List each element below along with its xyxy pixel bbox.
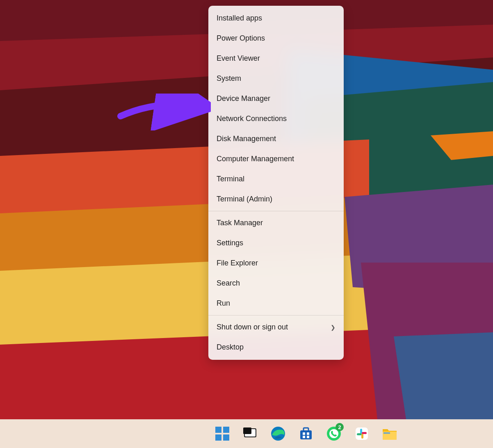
edge-icon bbox=[270, 426, 286, 441]
svg-marker-13 bbox=[394, 332, 493, 419]
svg-rect-35 bbox=[383, 432, 390, 434]
menu-item-network-connections[interactable]: Network Connections bbox=[208, 109, 344, 129]
menu-item-settings[interactable]: Settings bbox=[208, 233, 344, 253]
svg-rect-33 bbox=[362, 432, 367, 434]
menu-divider bbox=[208, 315, 344, 315]
taskbar-store-button[interactable] bbox=[294, 422, 317, 445]
svg-rect-16 bbox=[215, 434, 221, 441]
notification-badge: 2 bbox=[336, 423, 344, 431]
menu-item-system[interactable]: System bbox=[208, 69, 344, 89]
file-explorer-icon bbox=[382, 427, 397, 441]
svg-rect-15 bbox=[223, 427, 229, 433]
taskbar-file-explorer-button[interactable] bbox=[378, 422, 401, 445]
svg-rect-25 bbox=[307, 432, 309, 435]
svg-rect-23 bbox=[304, 428, 308, 431]
menu-item-desktop[interactable]: Desktop bbox=[208, 337, 344, 357]
svg-rect-26 bbox=[303, 436, 305, 438]
task-view-icon bbox=[243, 427, 257, 441]
svg-rect-27 bbox=[307, 436, 309, 438]
slack-icon bbox=[354, 426, 369, 441]
menu-item-shut-down-or-sign-out[interactable]: Shut down or sign out ❯ bbox=[208, 317, 344, 337]
menu-item-device-manager[interactable]: Device Manager bbox=[208, 89, 344, 109]
menu-item-terminal-admin[interactable]: Terminal (Admin) bbox=[208, 189, 344, 209]
svg-rect-14 bbox=[215, 427, 221, 433]
taskbar-whatsapp-button[interactable]: 2 bbox=[322, 422, 345, 445]
menu-item-file-explorer[interactable]: File Explorer bbox=[208, 253, 344, 273]
svg-rect-20 bbox=[243, 427, 251, 434]
taskbar-task-view-button[interactable] bbox=[239, 422, 262, 445]
store-icon bbox=[299, 426, 313, 441]
chevron-right-icon: ❯ bbox=[331, 324, 336, 331]
menu-item-computer-management[interactable]: Computer Management bbox=[208, 149, 344, 169]
menu-item-search[interactable]: Search bbox=[208, 273, 344, 293]
svg-rect-24 bbox=[303, 432, 305, 435]
taskbar-edge-button[interactable] bbox=[267, 422, 290, 445]
svg-rect-32 bbox=[361, 434, 363, 439]
taskbar: 2 bbox=[0, 419, 493, 448]
menu-item-power-options[interactable]: Power Options bbox=[208, 28, 344, 48]
start-icon bbox=[215, 427, 229, 441]
taskbar-start-button[interactable] bbox=[211, 422, 234, 445]
menu-item-event-viewer[interactable]: Event Viewer bbox=[208, 48, 344, 69]
winx-context-menu: Installed apps Power Options Event Viewe… bbox=[208, 6, 344, 360]
annotation-arrow-icon bbox=[116, 94, 211, 130]
svg-rect-31 bbox=[357, 433, 362, 435]
taskbar-slack-button[interactable] bbox=[350, 422, 373, 445]
menu-item-installed-apps[interactable]: Installed apps bbox=[208, 8, 344, 28]
svg-rect-17 bbox=[223, 434, 229, 441]
menu-item-terminal[interactable]: Terminal bbox=[208, 169, 344, 189]
menu-item-task-manager[interactable]: Task Manager bbox=[208, 213, 344, 233]
menu-item-disk-management[interactable]: Disk Management bbox=[208, 129, 344, 149]
menu-divider bbox=[208, 211, 344, 211]
menu-item-run[interactable]: Run bbox=[208, 293, 344, 313]
